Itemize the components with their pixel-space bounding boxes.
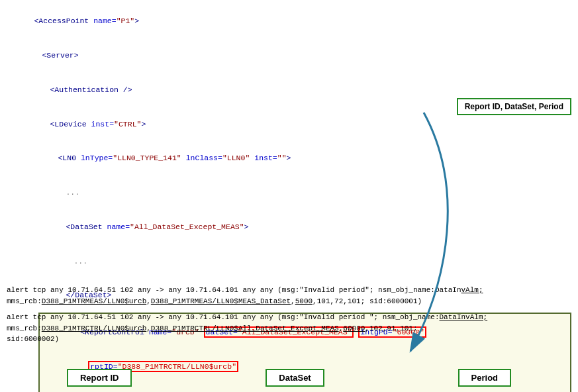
alert1b-sep: , — [146, 297, 151, 305]
alert2b-dataset: D388_P1MTRCTRL/LLN0$All_DataSet_Except_M… — [151, 324, 339, 332]
xml-tag: <LN0 — [58, 154, 81, 162]
alert2b-sep: , — [146, 324, 151, 332]
xml-tag: <LDevice — [50, 120, 91, 128]
alert1-text: alert tcp any 10.71.64.51 102 any -> any… — [7, 286, 461, 294]
xml-tag: <DataSet — [66, 222, 107, 231]
xml-attr-val: "LLN0_TYPE_141" — [113, 154, 181, 162]
code-line: ... — [7, 244, 571, 278]
alert2-highlight: DataInvAlm; — [440, 313, 488, 321]
alert2b-rest: ,102,91,101; — [365, 324, 417, 332]
xml-attr: inst= — [91, 120, 115, 128]
xml-attr-val: "" — [277, 154, 287, 162]
xml-attr: lnClass= — [186, 154, 222, 162]
xml-tag: > — [134, 17, 139, 25]
alert-area: alert tcp any 10.71.64.51 102 any -> any… — [7, 285, 571, 350]
main-container: <AccessPoint name="P1"> <Server> <Authen… — [0, 0, 578, 392]
alert1b-sep2: , — [291, 297, 295, 305]
alert1b-prefix: mms_rcb: — [7, 297, 42, 305]
alert2-text: alert tcp any 10.71.64.51 102 any -> any… — [7, 313, 440, 321]
alert1b-rptid: D388_P1MTRMEAS/LLN0$urcb — [42, 297, 146, 305]
period-text: Period — [471, 373, 498, 383]
dataset-label: DataSet — [265, 369, 324, 387]
period-label: Period — [458, 369, 511, 387]
dataset-text: DataSet — [279, 373, 311, 383]
alert1-highlight: vAlm; — [461, 286, 483, 294]
xml-tag — [181, 154, 186, 162]
alert2c-text: sid:6000002) — [7, 335, 59, 343]
xml-attr-val: "P1" — [117, 17, 135, 25]
xml-attr-val: "LLN0" — [222, 154, 250, 162]
xml-attr: inst= — [254, 154, 277, 162]
alert1b-dataset: D388_P1MTRMEAS/LLN0$MEAS_DataSet — [151, 297, 291, 305]
code-line: <Server> — [7, 38, 571, 73]
alert2b-period: 60000 — [343, 324, 365, 332]
xml-tag: <Server> — [42, 51, 78, 60]
xml-attr: name= — [107, 222, 130, 231]
xml-tag: > — [141, 120, 146, 128]
alert-line-1: alert tcp any 10.71.64.51 102 any -> any… — [7, 285, 571, 307]
bottom-labels: Report ID DataSet Period — [0, 369, 578, 387]
xml-tag: <AccessPoint — [34, 17, 93, 25]
report-id-text: Report ID — [80, 373, 119, 383]
xml-attr-val: "CTRL" — [114, 120, 141, 128]
code-line: <AccessPoint name="P1"> — [7, 4, 571, 38]
code-line: <LN0 lnType="LLN0_TYPE_141" lnClass="LLN… — [7, 141, 571, 175]
report-id-label: Report ID — [67, 369, 132, 387]
annotation-box: Report ID, DataSet, Period — [457, 98, 571, 115]
xml-tag: > — [244, 222, 249, 231]
code-line: ... — [7, 175, 571, 210]
alert1b-period: 5000 — [295, 297, 313, 305]
annotation-text: Report ID, DataSet, Period — [465, 102, 563, 111]
xml-attr: lnType= — [81, 154, 113, 162]
alert1b-rest: ,101,72,101; sid:6000001) — [313, 297, 422, 305]
comment: ... — [66, 188, 79, 197]
alert2b-rptid: D388_P1MTRCTRL/LLN0$urcb — [42, 324, 146, 332]
code-line: <DataSet name="All_DataSet_Except_MEAS"> — [7, 210, 571, 244]
xml-attr-val: "All_DataSet_Except_MEAS" — [130, 222, 244, 231]
comment: ... — [73, 257, 87, 266]
xml-attr: name= — [93, 17, 117, 25]
alert2b-prefix: mms_rcb: — [7, 324, 42, 332]
xml-tag: <Authentication /> — [50, 85, 132, 94]
alert-line-2: alert tcp any 10.71.64.51 102 any -> any… — [7, 312, 571, 345]
xml-tag: > — [287, 154, 291, 162]
